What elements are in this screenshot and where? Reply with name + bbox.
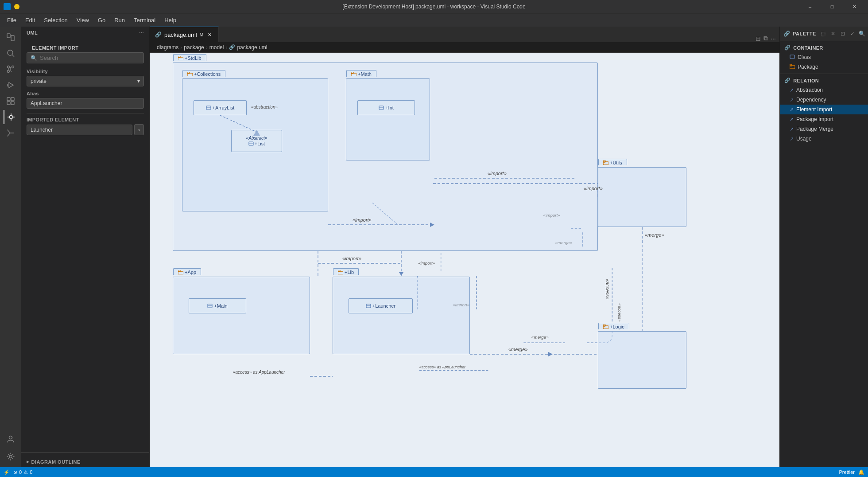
palette-close-btn[interactable]: ✕ xyxy=(829,29,837,38)
package-math[interactable]: +Math +Int xyxy=(346,78,430,160)
svg-text:«merge»: «merge» xyxy=(531,335,549,340)
palette-btn-1[interactable]: ⬚ xyxy=(819,29,828,38)
activity-bar xyxy=(0,27,21,467)
svg-point-5 xyxy=(12,66,14,68)
svg-rect-48 xyxy=(351,72,353,74)
tab-close-button[interactable]: ✕ xyxy=(206,31,213,38)
palette-item-package-import[interactable]: ↗ Package Import xyxy=(780,114,868,124)
sidebar: UML ··· ELEMENT IMPORT 🔍 Visibility priv… xyxy=(21,27,150,467)
activity-source-control[interactable] xyxy=(4,62,18,76)
palette-section-container: 🔗 CONTAINER Class Package xyxy=(780,41,868,74)
breadcrumb-item-diagrams[interactable]: diagrams xyxy=(157,44,178,51)
activity-settings[interactable] xyxy=(4,450,18,464)
svg-rect-59 xyxy=(178,270,180,272)
sidebar-more-icon[interactable]: ··· xyxy=(139,30,144,35)
svg-rect-0 xyxy=(7,34,10,38)
breadcrumb-item-model[interactable]: model xyxy=(209,44,224,51)
traffic-light xyxy=(14,4,19,9)
svg-text:«import»: «import» xyxy=(353,217,372,223)
breadcrumb-file-icon: 🔗 xyxy=(229,44,235,50)
activity-extensions[interactable] xyxy=(4,94,18,108)
menu-edit[interactable]: Edit xyxy=(22,15,39,25)
menu-go[interactable]: Go xyxy=(94,15,109,25)
svg-rect-12 xyxy=(7,102,10,105)
relation-section-label: RELATION xyxy=(793,78,819,83)
svg-point-6 xyxy=(8,70,10,73)
package-utils[interactable]: +Utils xyxy=(598,167,686,227)
menu-view[interactable]: View xyxy=(73,15,93,25)
editor-layout-icon[interactable]: ⊟ xyxy=(756,35,761,42)
tab-modified-indicator: M xyxy=(200,32,203,37)
dependency-item-icon: ↗ xyxy=(790,97,794,103)
class-launcher[interactable]: +Launcher xyxy=(349,298,413,313)
activity-account[interactable] xyxy=(4,432,18,446)
status-remote[interactable]: ⚡ xyxy=(4,469,10,475)
class-int[interactable]: +Int xyxy=(357,100,415,115)
title-bar-left xyxy=(4,3,19,10)
palette-item-abstraction[interactable]: ↗ Abstraction xyxy=(780,85,868,95)
main-label: +Main xyxy=(214,303,227,309)
package-lib[interactable]: +Lib +Launcher xyxy=(333,277,470,354)
close-button[interactable]: ✕ xyxy=(844,0,864,13)
menu-selection[interactable]: Selection xyxy=(40,15,71,25)
activity-git[interactable] xyxy=(4,126,18,140)
package-logic[interactable]: +Logic xyxy=(598,331,686,389)
alias-input[interactable] xyxy=(27,98,144,109)
class-main[interactable]: +Main xyxy=(189,298,246,313)
svg-line-3 xyxy=(12,55,14,57)
package-import-item-label: Package Import xyxy=(796,116,833,122)
container-section-label: CONTAINER xyxy=(793,45,823,51)
palette-item-package-merge[interactable]: ↗ Package Merge xyxy=(780,124,868,134)
imported-element-input[interactable] xyxy=(27,125,132,135)
palette-item-dependency[interactable]: ↗ Dependency xyxy=(780,95,868,105)
package-stdlib[interactable]: +StdLib +Collections +ArrayList «abstrac… xyxy=(173,63,598,251)
split-editor-icon[interactable]: ⧉ xyxy=(763,35,768,42)
palette-item-class[interactable]: Class xyxy=(780,52,868,62)
breadcrumb-item-file[interactable]: package.uml xyxy=(237,44,267,51)
activity-run[interactable] xyxy=(4,78,18,92)
palette-check-btn[interactable]: ✓ xyxy=(848,29,857,38)
status-errors[interactable]: ⊗ 0 ⚠ 0 xyxy=(13,469,32,475)
package-merge-item-label: Package Merge xyxy=(796,126,833,132)
activity-search[interactable] xyxy=(4,46,18,60)
package-collections[interactable]: +Collections +ArrayList «abstraction» «A… xyxy=(182,78,328,211)
palette-title: PALETTE xyxy=(793,31,816,36)
right-panel: 🔗 PALETTE ⬚ ✕ ⊡ ✓ 🔍 › 🔗 CONTAINER Class xyxy=(779,27,868,467)
menu-terminal[interactable]: Terminal xyxy=(130,15,159,25)
status-notifications[interactable]: 🔔 xyxy=(858,469,864,475)
palette-toolbar: ⬚ ✕ ⊡ ✓ 🔍 xyxy=(819,29,867,38)
alias-row: Alias xyxy=(27,91,144,109)
svg-text:«access»: «access» xyxy=(617,303,622,322)
palette-expand-btn[interactable]: ⊡ xyxy=(838,29,847,38)
diagram-outline-header[interactable]: ▸ DIAGRAM OUTLINE xyxy=(21,456,149,467)
minimize-button[interactable]: – xyxy=(800,0,820,13)
palette-item-package[interactable]: Package xyxy=(780,62,868,72)
menu-run[interactable]: Run xyxy=(111,15,128,25)
svg-marker-79 xyxy=(548,352,553,356)
tab-package-uml[interactable]: 🔗 package.uml M ✕ xyxy=(150,27,219,42)
breadcrumb-item-package[interactable]: package xyxy=(184,44,204,51)
palette-item-usage[interactable]: ↗ Usage xyxy=(780,134,868,144)
maximize-button[interactable]: □ xyxy=(822,0,842,13)
relation-section-icon: 🔗 xyxy=(784,78,790,83)
menu-help[interactable]: Help xyxy=(161,15,180,25)
logic-label: +Logic xyxy=(610,324,624,329)
menu-file[interactable]: File xyxy=(4,15,20,25)
diagram-outline-label: DIAGRAM OUTLINE xyxy=(31,459,81,465)
tab-label: package.uml xyxy=(164,31,197,38)
palette-item-element-import[interactable]: ↗ Element Import xyxy=(780,105,868,114)
class-abstract-list[interactable]: «Abstract» +List xyxy=(231,130,282,152)
imported-element-navigate-button[interactable]: › xyxy=(134,124,144,135)
package-app[interactable]: +App +Main xyxy=(173,277,310,354)
app-label: +App xyxy=(185,270,196,275)
activity-explorer[interactable] xyxy=(4,30,18,44)
editor-more-icon[interactable]: ··· xyxy=(771,35,776,42)
palette-search-btn[interactable]: 🔍 xyxy=(858,29,867,38)
status-prettier[interactable]: Prettier xyxy=(839,469,855,475)
diagram-canvas[interactable]: «import» «import» «import» «access» «imp… xyxy=(150,53,779,467)
svg-rect-40 xyxy=(187,72,190,74)
activity-uml[interactable] xyxy=(4,110,18,124)
search-input[interactable] xyxy=(40,55,140,61)
visibility-dropdown[interactable]: private ▾ xyxy=(27,76,144,86)
class-arraylist[interactable]: +ArrayList xyxy=(194,100,247,115)
